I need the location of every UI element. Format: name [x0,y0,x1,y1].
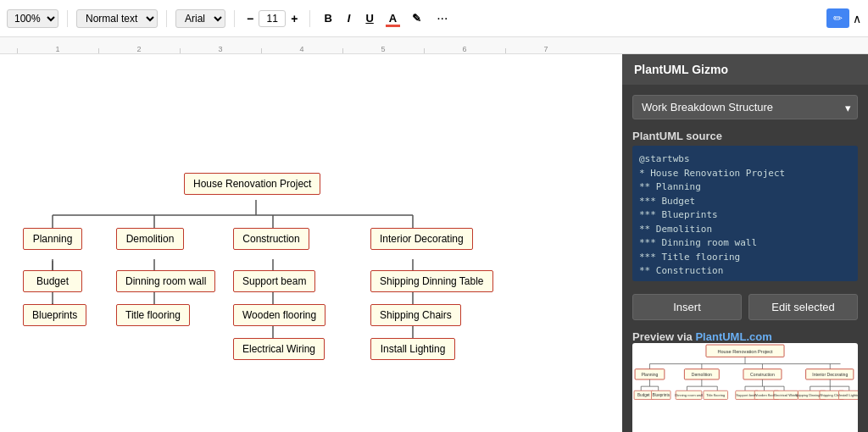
bold-button[interactable]: B [319,9,337,27]
wbs-type-select[interactable]: Work Breakdown Structure Mind Map Gantt … [632,95,858,119]
right-panel: PlantUML Gizmo Work Breakdown Structure … [622,54,868,432]
toolbar-sep-4 [309,10,310,27]
svg-text:House Renovation Project: House Renovation Project [717,349,773,354]
wbs-canvas: House Renovation Project Planning Demoli… [6,71,616,432]
toolbar-font-group: Arial [175,9,225,28]
wbs-electrical-wiring[interactable]: Electrical Wiring [233,338,325,360]
wbs-blueprints[interactable]: Blueprints [23,304,86,326]
source-section-title: PlantUML source [632,130,858,142]
preview-image: House Renovation Project Planning Demoli… [632,343,858,432]
wbs-demolition[interactable]: Demolition [116,228,184,250]
highlight-button[interactable]: ✎ [407,9,426,27]
preview-svg: House Renovation Project Planning Demoli… [632,343,858,432]
style-select[interactable]: Normal text [76,9,158,28]
svg-text:Budget: Budget [637,393,650,397]
ruler-mark: 2 [98,45,180,53]
panel-buttons-row: Insert Edit selected [632,294,858,320]
font-size-increase[interactable]: + [287,10,301,27]
plantuml-source-editor[interactable] [632,146,858,281]
toolbar-size-group: − + [243,10,301,27]
document-area[interactable]: House Renovation Project Planning Demoli… [0,54,622,432]
svg-text:Install Lighting: Install Lighting [839,393,858,397]
svg-text:Blueprints: Blueprints [653,393,670,397]
main-area: House Renovation Project Planning Demoli… [0,54,868,432]
underline-button[interactable]: U [360,9,378,27]
ruler-mark: 4 [261,45,342,53]
svg-text:Interior Decorating: Interior Decorating [812,372,848,377]
wbs-title-flooring[interactable]: Title flooring [116,304,190,326]
wbs-construction[interactable]: Construction [233,228,309,250]
toolbar: 100%75%125% Normal text Arial − + B I U … [0,0,868,37]
toolbar-sep-3 [234,10,235,27]
dropdown-wrapper: Work Breakdown Structure Mind Map Gantt … [632,95,858,119]
zoom-select[interactable]: 100%75%125% [7,9,58,28]
panel-body: Work Breakdown Structure Mind Map Gantt … [622,85,868,432]
wbs-support-beam[interactable]: Support beam [233,270,315,292]
ruler-mark: 5 [342,45,424,53]
wbs-shipping-dinning-table[interactable]: Shipping Dinning Table [370,270,493,292]
source-section: PlantUML source [632,130,858,284]
plantuml-link[interactable]: PlantUML.com [695,330,771,343]
italic-button[interactable]: I [342,9,356,27]
toolbar-zoom-group: 100%75%125% [7,9,58,28]
collapse-button[interactable]: ∧ [853,12,861,25]
wbs-lines-svg [6,71,616,432]
wbs-wooden-flooring[interactable]: Wooden flooring [233,304,326,326]
more-options-button[interactable]: ··· [431,8,453,29]
wbs-install-lighting[interactable]: Install Lighting [370,338,455,360]
insert-button[interactable]: Insert [632,294,742,320]
preview-title: Preview via PlantUML.com [632,330,858,343]
wbs-shipping-chairs[interactable]: Shipping Chairs [370,304,461,326]
font-select[interactable]: Arial [175,9,225,28]
font-size-input[interactable] [259,10,286,27]
svg-text:Dinning room wall: Dinning room wall [675,393,703,397]
ruler-mark: 7 [505,45,587,53]
preview-section: Preview via PlantUML.com House Renovatio… [632,330,858,432]
wbs-planning[interactable]: Planning [23,228,82,250]
pencil-button[interactable]: ✏ [826,8,849,28]
toolbar-right: ✏ ∧ [826,8,861,28]
svg-text:Construction: Construction [750,372,775,377]
edit-selected-button[interactable]: Edit selected [748,294,858,320]
wbs-dinning-room-wall[interactable]: Dinning room wall [116,270,215,292]
ruler-mark: 1 [17,45,98,53]
svg-text:Title flooring: Title flooring [706,393,725,397]
wbs-budget[interactable]: Budget [23,270,82,292]
svg-text:Demolition: Demolition [692,372,712,377]
ruler-mark: 6 [424,45,505,53]
toolbar-sep-1 [67,10,68,27]
panel-title: PlantUML Gizmo [622,54,868,85]
font-color-button[interactable]: A [384,9,402,27]
toolbar-sep-2 [166,10,167,27]
ruler-mark: 3 [180,45,261,53]
toolbar-style-group: Normal text [76,9,158,28]
svg-text:Planning: Planning [642,372,659,377]
wbs-interior-decorating[interactable]: Interior Decorating [370,228,473,250]
font-size-decrease[interactable]: − [243,10,257,27]
ruler: 1 2 3 4 5 6 7 [0,37,868,54]
wbs-root[interactable]: House Renovation Project [184,173,320,195]
